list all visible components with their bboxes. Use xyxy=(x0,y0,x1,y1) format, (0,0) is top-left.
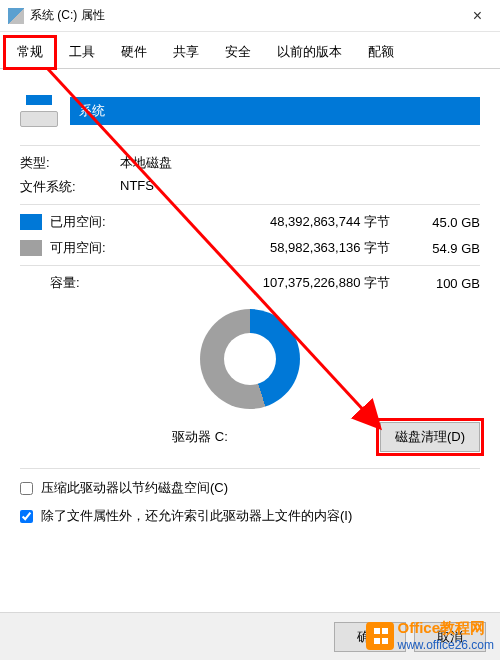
type-value: 本地磁盘 xyxy=(120,154,172,172)
tab-sharing[interactable]: 共享 xyxy=(160,36,212,68)
drive-icon xyxy=(8,8,24,24)
compress-checkbox[interactable] xyxy=(20,482,33,495)
capacity-size: 100 GB xyxy=(410,276,480,291)
free-label: 可用空间: xyxy=(50,239,140,257)
tab-security[interactable]: 安全 xyxy=(212,36,264,68)
free-size: 54.9 GB xyxy=(410,241,480,256)
used-label: 已用空间: xyxy=(50,213,140,231)
tabs: 常规 工具 硬件 共享 安全 以前的版本 配额 xyxy=(0,36,500,69)
capacity-label: 容量: xyxy=(20,274,140,292)
close-button[interactable]: × xyxy=(455,0,500,32)
watermark-logo-icon xyxy=(366,622,394,650)
disk-cleanup-button[interactable]: 磁盘清理(D) xyxy=(380,422,480,452)
content-panel: 系统 类型: 本地磁盘 文件系统: NTFS 已用空间: 48,392,863,… xyxy=(0,69,500,551)
index-checkbox[interactable] xyxy=(20,510,33,523)
drive-name-field[interactable]: 系统 xyxy=(70,97,480,125)
watermark: Office教程网 www.office26.com xyxy=(366,619,495,652)
type-label: 类型: xyxy=(20,154,120,172)
compress-checkbox-row[interactable]: 压缩此驱动器以节约磁盘空间(C) xyxy=(20,479,480,497)
window-title: 系统 (C:) 属性 xyxy=(30,7,455,24)
tab-quota[interactable]: 配额 xyxy=(355,36,407,68)
watermark-title: Office教程网 xyxy=(398,619,495,638)
titlebar: 系统 (C:) 属性 × xyxy=(0,0,500,32)
tab-previous-versions[interactable]: 以前的版本 xyxy=(264,36,355,68)
watermark-url: www.office26.com xyxy=(398,638,495,652)
usage-pie-chart xyxy=(200,309,300,409)
fs-value: NTFS xyxy=(120,178,154,196)
tab-general[interactable]: 常规 xyxy=(4,36,56,69)
tab-hardware[interactable]: 硬件 xyxy=(108,36,160,68)
index-checkbox-row[interactable]: 除了文件属性外，还允许索引此驱动器上文件的内容(I) xyxy=(20,507,480,525)
compress-label: 压缩此驱动器以节约磁盘空间(C) xyxy=(41,479,228,497)
used-bytes: 48,392,863,744 字节 xyxy=(140,213,410,231)
used-size: 45.0 GB xyxy=(410,215,480,230)
tab-tools[interactable]: 工具 xyxy=(56,36,108,68)
free-swatch-icon xyxy=(20,240,42,256)
drive-c-label: 驱动器 C: xyxy=(20,428,380,446)
fs-label: 文件系统: xyxy=(20,178,120,196)
index-label: 除了文件属性外，还允许索引此驱动器上文件的内容(I) xyxy=(41,507,352,525)
drive-large-icon xyxy=(20,95,58,127)
free-bytes: 58,982,363,136 字节 xyxy=(140,239,410,257)
used-swatch-icon xyxy=(20,214,42,230)
capacity-bytes: 107,375,226,880 字节 xyxy=(140,274,410,292)
